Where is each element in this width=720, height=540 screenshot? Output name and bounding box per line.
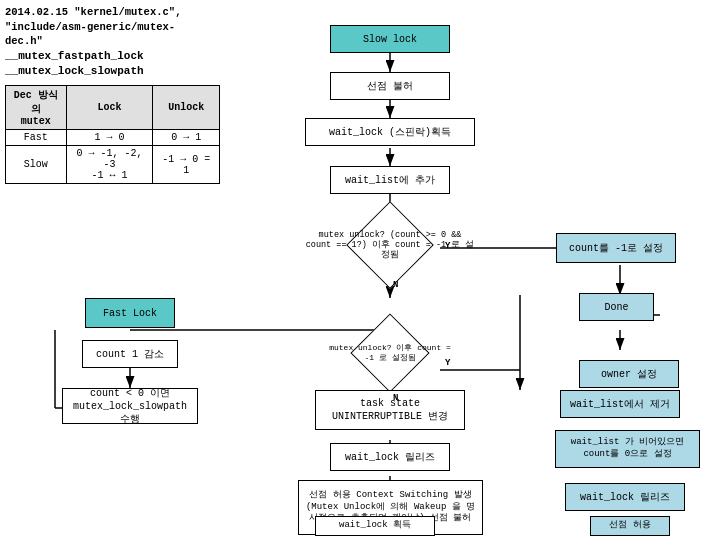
title-line4: __mutex_lock_slowpath [5, 64, 215, 79]
count-lt0-box: count < 0 이면 mutex_lock_slowpath 수행 [62, 388, 198, 424]
col-header-mutex: Dec 방식의mutex [6, 86, 67, 130]
wait-lock-acquire-box: wait_lock (스핀락)획득 [305, 118, 475, 146]
wait-lock-release2-box: wait_lock 릴리즈 [565, 483, 685, 511]
diamond1-no-label: N [393, 280, 398, 290]
count-set-box: count를 -1로 설정 [556, 233, 676, 263]
fast-lock-box: Fast Lock [85, 298, 175, 328]
title-line3: __mutex_fastpath_lock [5, 49, 215, 64]
mutex-unlock-condition-wrapper: mutex unlock? (count >= 0 && count == 1?… [300, 210, 480, 280]
done-box: Done [579, 293, 654, 321]
title-area: 2014.02.15 "kernel/mutex.c", "include/as… [5, 5, 215, 80]
cell-fast-unlock: 0 → 1 [153, 130, 220, 146]
count-decrease-box: count 1 감소 [82, 340, 178, 368]
task-state-box: task state UNINTERRUPTIBLE 변경 [315, 390, 465, 430]
cell-slow-unlock: -1 → 0 = 1 [153, 146, 220, 184]
remove-from-waitlist-box: wait_list에서 제거 [560, 390, 680, 418]
preempt-disable-box: 선점 불허 [330, 72, 450, 100]
table-row: Slow 0 → -1, -2, -3-1 ↔ 1 -1 → 0 = 1 [6, 146, 220, 184]
owner-setting-box: owner 설정 [579, 360, 679, 388]
col-header-lock: Lock [66, 86, 153, 130]
waitlist-empty-box: wait_list 가 비어있으면 count를 0으로 설정 [555, 430, 700, 468]
diamond2-yes-label: Y [445, 358, 450, 368]
title-line1: 2014.02.15 "kernel/mutex.c", "include/as… [5, 5, 215, 34]
table-row: Fast 1 → 0 0 → 1 [6, 130, 220, 146]
cell-slow-type: Slow [6, 146, 67, 184]
wait-lock-release-box: wait_lock 릴리즈 [330, 443, 450, 471]
col-header-unlock: Unlock [153, 86, 220, 130]
cell-fast-type: Fast [6, 130, 67, 146]
preempt-enable-box: 선점 허용 [590, 516, 670, 536]
title-line2: dec.h" [5, 34, 215, 49]
diamond2-no-label: N [393, 393, 398, 403]
slow-lock-box: Slow lock [330, 25, 450, 53]
wait-lock-acquire2-box: wait_lock 획득 [315, 516, 435, 536]
mutex-table: Dec 방식의mutex Lock Unlock Fast 1 → 0 0 → … [5, 85, 220, 184]
cell-fast-lock: 1 → 0 [66, 130, 153, 146]
diamond1-yes-label: Y [445, 241, 450, 251]
mutex-unlock2-wrapper: mutex unlock? 이후 count = -1 로 설정됨 [325, 315, 455, 390]
add-to-waitlist-box: wait_list에 추가 [330, 166, 450, 194]
cell-slow-lock: 0 → -1, -2, -3-1 ↔ 1 [66, 146, 153, 184]
